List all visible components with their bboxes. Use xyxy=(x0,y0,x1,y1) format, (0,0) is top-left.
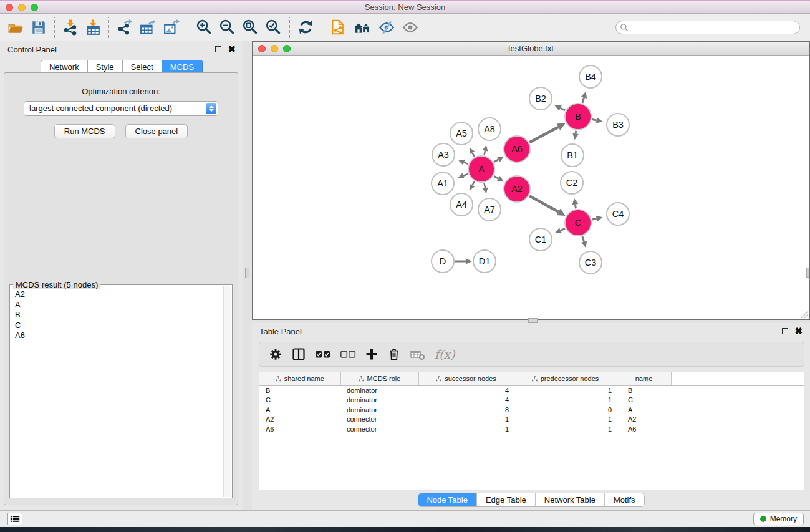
open-session-icon[interactable] xyxy=(4,16,27,39)
close-panel-button[interactable]: Close panel xyxy=(125,124,188,138)
deselect-all-icon[interactable] xyxy=(335,344,360,365)
graph-node-B3[interactable]: B3 xyxy=(607,114,629,136)
graph-edge[interactable] xyxy=(592,219,596,220)
node-table[interactable]: shared name MCDS role successor nodes pr… xyxy=(259,372,804,490)
graph-edge[interactable] xyxy=(576,131,576,134)
graph-edge[interactable] xyxy=(582,98,584,104)
resize-grip-icon[interactable] xyxy=(801,311,809,319)
mcds-result-item[interactable]: A xyxy=(15,300,223,311)
run-mcds-button[interactable]: Run MCDS xyxy=(54,124,115,138)
table-row[interactable]: Cdominator41C xyxy=(259,395,804,405)
mcds-result-scrollbar[interactable] xyxy=(223,286,231,497)
graph-edge[interactable] xyxy=(472,153,474,157)
graph-edge[interactable] xyxy=(529,196,559,212)
graph-node-D[interactable]: D xyxy=(432,250,454,273)
network-graph[interactable]: AA1A2A3A4A5A6A7A8BB1B2B3B4CC1C2C3C4DD1 xyxy=(253,56,809,319)
graph-edge[interactable] xyxy=(494,176,498,178)
export-image-icon[interactable] xyxy=(160,16,183,39)
graph-node-C4[interactable]: C4 xyxy=(607,203,629,225)
col-shared-name[interactable]: shared name xyxy=(259,372,340,385)
new-network-file-icon[interactable] xyxy=(327,16,350,39)
column-visibility-icon[interactable] xyxy=(287,344,311,365)
graph-edge[interactable] xyxy=(592,120,597,120)
home-views-icon[interactable] xyxy=(350,16,375,39)
zoom-in-icon[interactable] xyxy=(193,16,216,39)
graph-node-C1[interactable]: C1 xyxy=(529,228,552,251)
graph-node-B2[interactable]: B2 xyxy=(529,87,552,110)
export-network-icon[interactable] xyxy=(113,16,136,39)
tab-network-table[interactable]: Network Table xyxy=(536,493,605,506)
graph-edge[interactable] xyxy=(464,162,468,163)
close-panel-icon[interactable]: ✖ xyxy=(228,46,236,52)
table-settings-gear-icon[interactable] xyxy=(264,344,287,365)
graph-node-B[interactable]: B xyxy=(565,104,591,130)
table-row[interactable]: A6connector11A6 xyxy=(259,425,804,435)
graph-edge[interactable] xyxy=(582,236,584,242)
zoom-fit-icon[interactable] xyxy=(239,16,262,39)
mcds-result-item[interactable]: A6 xyxy=(15,331,223,341)
export-table-icon[interactable] xyxy=(136,16,160,39)
mcds-result-item[interactable]: A2 xyxy=(15,289,223,300)
graph-node-B1[interactable]: B1 xyxy=(561,144,584,167)
import-table-icon[interactable] xyxy=(82,16,104,39)
graph-edge[interactable] xyxy=(485,183,486,188)
close-table-panel-icon[interactable]: ✖ xyxy=(794,328,803,334)
show-log-list-button[interactable] xyxy=(7,513,22,525)
graph-node-B4[interactable]: B4 xyxy=(579,65,602,88)
col-mcds-role[interactable]: MCDS role xyxy=(340,372,418,385)
divider-grip[interactable] xyxy=(245,268,249,278)
memory-button[interactable]: Memory xyxy=(753,513,804,525)
table-row[interactable]: A2connector11A2 xyxy=(259,415,804,425)
mcds-result-item[interactable]: C xyxy=(15,321,223,331)
table-row[interactable]: Bdominator41B xyxy=(259,385,804,395)
import-network-icon[interactable] xyxy=(59,16,82,39)
criterion-select[interactable]: largest connected component (directed) xyxy=(24,101,218,116)
graph-node-D1[interactable]: D1 xyxy=(473,250,496,273)
save-session-icon[interactable] xyxy=(27,16,50,39)
graph-edge[interactable] xyxy=(575,205,576,209)
table-row[interactable]: Adominator80A xyxy=(259,405,804,415)
graph-edge[interactable] xyxy=(561,228,565,230)
show-panel-eye-icon[interactable] xyxy=(398,16,422,39)
graph-node-A6[interactable]: A6 xyxy=(504,136,530,162)
col-name[interactable]: name xyxy=(617,372,671,385)
col-successor-nodes[interactable]: successor nodes xyxy=(418,372,514,385)
graph-node-C2[interactable]: C2 xyxy=(561,172,583,194)
graph-edge[interactable] xyxy=(494,160,498,162)
vertical-split-divider[interactable] xyxy=(243,41,252,510)
graph-node-A[interactable]: A xyxy=(468,156,494,182)
tab-motifs[interactable]: Motifs xyxy=(605,493,644,506)
select-all-icon[interactable] xyxy=(311,344,335,365)
graph-node-A3[interactable]: A3 xyxy=(432,143,455,166)
network-scrollbar-thumb[interactable] xyxy=(806,268,809,278)
zoom-out-icon[interactable] xyxy=(216,16,239,39)
graph-node-C3[interactable]: C3 xyxy=(579,251,602,274)
float-panel-icon[interactable] xyxy=(215,46,221,52)
delete-column-icon[interactable] xyxy=(383,344,405,365)
graph-node-A1[interactable]: A1 xyxy=(432,172,454,195)
delete-table-icon[interactable] xyxy=(405,344,430,365)
graph-node-A8[interactable]: A8 xyxy=(478,118,501,140)
graph-node-A4[interactable]: A4 xyxy=(450,193,473,216)
add-column-icon[interactable] xyxy=(360,344,383,365)
graph-edge[interactable] xyxy=(529,127,558,143)
tab-node-table[interactable]: Node Table xyxy=(418,493,477,506)
function-builder-icon[interactable]: f(x) xyxy=(430,347,460,361)
zoom-selected-icon[interactable] xyxy=(262,16,285,39)
graph-node-A2[interactable]: A2 xyxy=(504,176,530,202)
network-canvas[interactable]: AA1A2A3A4A5A6A7A8BB1B2B3B4CC1C2C3C4DD1 xyxy=(253,56,809,319)
graph-edge[interactable] xyxy=(472,181,474,185)
mcds-result-item[interactable]: B xyxy=(15,310,223,321)
divider-grip[interactable] xyxy=(528,318,538,323)
refresh-layout-icon[interactable] xyxy=(294,16,317,39)
float-table-panel-icon[interactable] xyxy=(782,328,788,334)
table-header-row[interactable]: shared name MCDS role successor nodes pr… xyxy=(259,372,804,385)
graph-node-C[interactable]: C xyxy=(565,210,591,236)
tab-edge-table[interactable]: Edge Table xyxy=(477,493,536,506)
graph-node-A7[interactable]: A7 xyxy=(478,198,501,221)
col-predecessor-nodes[interactable]: predecessor nodes xyxy=(514,372,617,385)
graph-edge[interactable] xyxy=(485,151,485,155)
graph-edge[interactable] xyxy=(463,174,468,176)
search-input[interactable] xyxy=(615,21,800,34)
graph-edge[interactable] xyxy=(561,108,566,110)
